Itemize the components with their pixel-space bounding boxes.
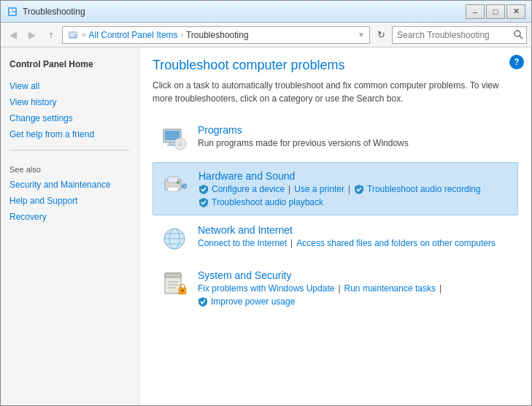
forward-button[interactable]: ▶ [24,27,40,43]
sidebar-view-history[interactable]: View history [1,94,139,110]
path-current: Troubleshooting [186,30,249,40]
security-links-2: Improve power usage [198,296,511,307]
window-title: Troubleshooting [23,7,466,17]
sidebar-recovery[interactable]: Recovery [1,209,139,225]
address-path: « All Control Panel Items › Troubleshoot… [62,26,370,44]
sidebar-control-panel-home[interactable]: Control Panel Home [1,56,139,72]
content-area: ? Troubleshoot computer problems Click o… [139,47,531,406]
sep-4: | [338,283,340,294]
security-link-windows-update[interactable]: Fix problems with Windows Update [198,283,334,294]
sidebar-view-all[interactable]: View all [1,78,139,94]
svg-rect-6 [70,35,74,37]
svg-point-32 [182,290,184,292]
search-box [392,26,527,44]
shield-icon-4 [198,296,208,307]
svg-rect-17 [168,177,178,183]
sidebar-divider [9,150,130,150]
sep-3: | [290,238,293,248]
maximize-button[interactable]: □ [486,4,505,19]
hardware-link-configure[interactable]: Configure a device [212,184,285,194]
breadcrumb-double-arrow: « [82,31,86,39]
close-button[interactable]: ✕ [506,4,525,19]
search-button[interactable] [511,27,526,43]
shield-icon-3 [198,197,209,207]
security-links-1: Fix problems with Windows Update | Run m… [198,283,511,294]
back-button[interactable]: ◀ [5,27,21,43]
help-icon[interactable]: ? [509,55,524,69]
category-programs: Programs Run programs made for previous … [153,117,518,161]
hardware-link-printer[interactable]: Use a printer [294,184,344,194]
minimize-button[interactable]: – [466,4,485,19]
network-name[interactable]: Network and Internet [198,224,511,236]
network-icon [160,224,189,253]
page-title: Troubleshoot computer problems [153,58,518,73]
programs-subtitle: Run programs made for previous versions … [198,138,511,148]
network-link-shared[interactable]: Access shared files and folders on other… [296,238,496,248]
programs-name[interactable]: Programs [198,124,511,136]
sidebar-change-settings[interactable]: Change settings [1,110,139,126]
path-separator-1: › [181,31,183,39]
sidebar: Control Panel Home View all View history… [1,47,139,406]
hardware-icon [161,170,190,199]
programs-description: Run programs made for previous versions … [198,138,409,148]
hardware-link-audio-recording[interactable]: Troubleshoot audio recording [367,184,481,194]
svg-marker-20 [182,183,185,189]
path-icon [67,29,79,41]
svg-rect-5 [70,33,76,34]
network-link-internet[interactable]: Connect to the Internet [198,238,287,248]
hardware-link-audio-playback[interactable]: Troubleshoot audio playback [212,197,323,207]
sep-2: | [348,184,350,194]
security-name[interactable]: System and Security [198,269,511,281]
svg-rect-3 [9,12,15,15]
hardware-name[interactable]: Hardware and Sound [198,170,510,182]
shield-icon-1 [198,184,209,194]
svg-rect-0 [8,7,17,16]
security-link-power[interactable]: Improve power usage [211,296,295,307]
dropdown-arrow-icon[interactable]: ▼ [358,31,365,39]
svg-point-7 [514,31,520,37]
svg-rect-27 [165,273,181,277]
svg-line-8 [520,36,523,39]
hardware-links-2: Troubleshoot audio playback [198,197,510,207]
network-links: Connect to the Internet | Access shared … [198,238,511,248]
up-button[interactable]: ↑ [43,27,59,43]
path-link-control-panel[interactable]: All Control Panel Items [89,30,178,40]
main-layout: Control Panel Home View all View history… [1,47,531,406]
window-icon [7,6,18,18]
svg-point-15 [180,143,181,145]
hardware-links: Configure a device | Use a printer | Tro… [198,184,510,194]
search-input[interactable] [393,30,511,40]
network-content: Network and Internet Connect to the Inte… [198,224,511,248]
title-bar: Troubleshooting – □ ✕ [1,1,531,23]
category-network: Network and Internet Connect to the Inte… [153,217,518,261]
sidebar-security-maintenance[interactable]: Security and Maintenance [1,177,139,193]
svg-point-19 [177,181,180,184]
svg-rect-2 [13,9,15,11]
refresh-button[interactable]: ↻ [373,27,389,43]
security-link-maintenance[interactable]: Run maintenance tasks [344,283,436,294]
security-icon [160,269,189,299]
hardware-content: Hardware and Sound Configure a device | … [198,170,510,207]
svg-rect-1 [9,9,12,12]
sidebar-get-help[interactable]: Get help from a friend [1,126,139,142]
category-hardware: Hardware and Sound Configure a device | … [153,162,518,215]
sep-5: | [439,283,442,294]
programs-content: Programs Run programs made for previous … [198,124,511,148]
shield-icon-2 [354,184,364,194]
window-controls: – □ ✕ [466,4,525,19]
see-also-label: See also [1,158,139,177]
sidebar-help-support[interactable]: Help and Support [1,193,139,209]
security-content: System and Security Fix problems with Wi… [198,269,511,307]
svg-rect-18 [168,187,178,191]
programs-icon [160,124,189,153]
address-bar: ◀ ▶ ↑ « All Control Panel Items › Troubl… [1,23,531,47]
category-security: System and Security Fix problems with Wi… [153,262,518,314]
page-description: Click on a task to automatically trouble… [153,79,518,105]
sep-1: | [288,184,290,194]
